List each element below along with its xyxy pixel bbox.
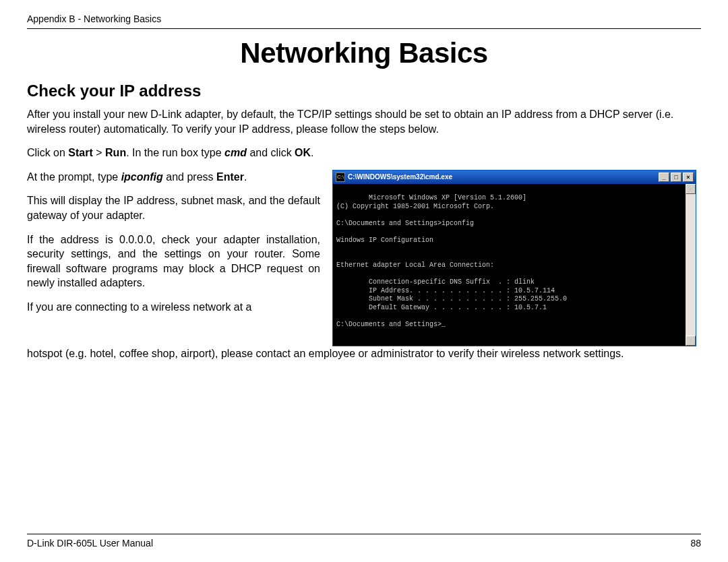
cmd-output-text: Microsoft Windows XP [Version 5.1.2600] … [336,194,567,328]
left-column: At the prompt, type ipconfig and press E… [27,170,320,315]
paragraph-4: If the address is 0.0.0.0, check your ad… [27,232,320,290]
footer: D-Link DIR-605L User Manual 88 [27,534,701,549]
footer-left: D-Link DIR-605L User Manual [27,538,153,549]
step-2-paragraph: At the prompt, type ipconfig and press E… [27,170,320,185]
step-1-paragraph: Click on Start > Run. In the run box typ… [27,146,701,160]
paragraph-5-rest: hotspot (e.g. hotel, coffee shop, airpor… [27,346,701,361]
text-fragment: and press [163,171,216,183]
cmd-output: Microsoft Windows XP [Version 5.1.2600] … [333,184,696,346]
scroll-track[interactable] [686,194,696,336]
text-fragment: . [311,147,313,158]
cmd-icon: C:\ [336,173,345,182]
bold-run: Run [105,147,126,158]
cmd-scrollbar[interactable]: ▲ ▼ [686,184,696,346]
cmd-titlebar[interactable]: C:\ C:\WINDOWS\system32\cmd.exe _ □ × [333,170,696,184]
text-fragment: and click [247,147,295,158]
page-title: Networking Basics [27,37,701,69]
header-rule [27,28,701,29]
bold-start: Start [68,147,92,158]
maximize-button[interactable]: □ [671,173,681,182]
text-fragment: Click on [27,147,68,158]
paragraph-3: This will display the IP address, subnet… [27,193,320,222]
italic-ipconfig: ipconfig [121,171,163,183]
page-number: 88 [690,538,701,549]
right-column: C:\ C:\WINDOWS\system32\cmd.exe _ □ × Mi… [332,170,701,346]
text-fragment: At the prompt, type [27,171,121,183]
bold-ok: OK [295,147,311,158]
minimize-button[interactable]: _ [659,173,669,182]
footer-rule [27,534,701,534]
scroll-down-button[interactable]: ▼ [686,336,696,346]
section-heading: Check your IP address [27,82,701,100]
cmd-window: C:\ C:\WINDOWS\system32\cmd.exe _ □ × Mi… [332,170,696,346]
cmd-title: C:\WINDOWS\system32\cmd.exe [348,173,656,181]
text-fragment: . [244,171,247,183]
close-button[interactable]: × [683,173,694,182]
scroll-up-button[interactable]: ▲ [686,184,696,194]
text-fragment: > [93,147,105,158]
bold-enter: Enter [216,171,244,183]
text-fragment: . In the run box type [126,147,224,158]
intro-paragraph: After you install your new D-Link adapte… [27,107,701,136]
header-breadcrumb: Appendix B - Networking Basics [27,13,701,28]
italic-cmd: cmd [224,147,247,158]
paragraph-5-lead: If you are connecting to a wireless netw… [27,300,320,315]
